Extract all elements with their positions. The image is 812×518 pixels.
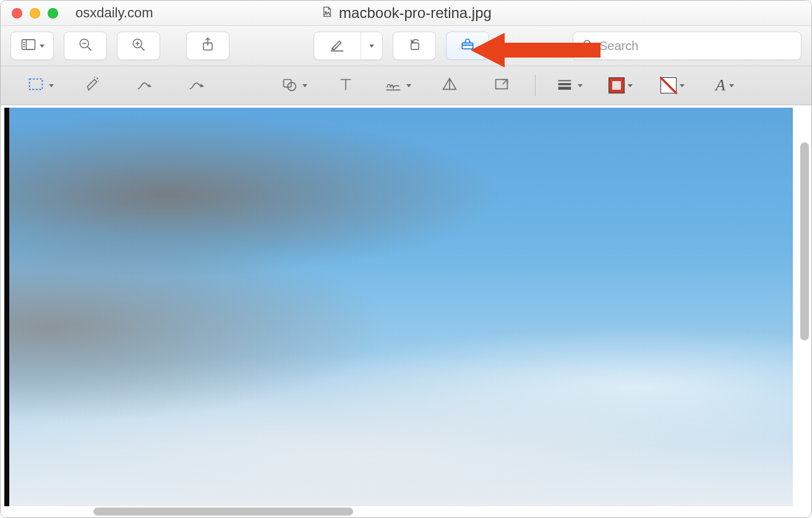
traffic-lights: [12, 8, 58, 19]
chevron-down-icon: [578, 84, 583, 87]
adjust-color-icon: [440, 75, 459, 96]
font-style-button[interactable]: A: [700, 72, 750, 99]
svg-point-22: [96, 77, 98, 79]
border-color-swatch: [609, 78, 624, 93]
instant-alpha-button[interactable]: [67, 72, 117, 99]
svg-rect-16: [411, 43, 418, 50]
toolbar-separator: [535, 75, 536, 96]
zoom-out-icon: [77, 36, 94, 56]
chevron-down-icon: [40, 45, 45, 48]
sketch-button[interactable]: [171, 72, 221, 99]
window-title[interactable]: macbook-pro-retina.jpg: [320, 4, 492, 22]
rotate-left-icon: [406, 36, 423, 56]
share-button[interactable]: [186, 32, 229, 60]
share-icon: [199, 36, 216, 56]
svg-point-19: [584, 40, 590, 46]
svg-point-23: [94, 77, 95, 78]
chevron-down-icon: [628, 84, 633, 87]
svg-point-26: [288, 82, 296, 90]
zoom-out-button[interactable]: [64, 32, 107, 60]
minimize-window-button[interactable]: [30, 8, 40, 19]
source-site-label: osxdaily.com: [75, 5, 153, 21]
svg-line-7: [88, 47, 92, 51]
image-doc-icon: [320, 5, 333, 22]
text-button[interactable]: [321, 72, 370, 99]
highlight-icon: [328, 35, 346, 56]
vertical-scroll-thumb[interactable]: [800, 142, 809, 340]
image-canvas-area[interactable]: [1, 105, 811, 517]
svg-rect-21: [30, 79, 43, 90]
shapes-icon: [280, 75, 299, 96]
highlight-main[interactable]: [314, 32, 361, 59]
close-window-button[interactable]: [12, 8, 22, 19]
line-style-button[interactable]: [544, 72, 594, 99]
markup-toolbox-button[interactable]: [446, 32, 489, 60]
search-field[interactable]: Search: [573, 32, 801, 60]
maximize-window-button[interactable]: [48, 8, 58, 19]
instant-alpha-icon: [83, 75, 101, 96]
chevron-down-icon: [680, 84, 685, 87]
sidebar-toggle-button[interactable]: [11, 32, 54, 60]
title-bar: osxdaily.com macbook-pro-retina.jpg: [1, 1, 811, 26]
search-placeholder: Search: [599, 39, 638, 53]
zoom-in-icon: [130, 36, 147, 56]
search-icon: [582, 38, 594, 54]
rotate-button[interactable]: [393, 32, 436, 60]
adjust-size-icon: [492, 75, 511, 96]
fill-color-button[interactable]: [648, 72, 698, 99]
main-toolbar: Search: [1, 26, 811, 66]
horizontal-scroll-thumb[interactable]: [93, 507, 353, 516]
svg-line-10: [141, 47, 145, 51]
svg-line-20: [590, 46, 593, 49]
sign-icon: [384, 75, 403, 96]
chevron-down-icon: [729, 84, 734, 87]
draw-icon: [135, 75, 153, 96]
line-style-icon: [555, 75, 574, 96]
chevron-down-icon: [49, 84, 54, 87]
adjust-size-button[interactable]: [477, 72, 526, 99]
window-title-text: macbook-pro-retina.jpg: [339, 4, 492, 22]
zoom-in-button[interactable]: [117, 32, 160, 60]
text-icon: [336, 75, 355, 96]
fill-color-swatch: [661, 78, 676, 93]
border-color-button[interactable]: [596, 72, 646, 99]
sketch-icon: [187, 75, 205, 96]
svg-point-24: [98, 80, 99, 82]
sidebar-icon: [20, 36, 37, 56]
sign-button[interactable]: [373, 72, 422, 99]
markup-toolbox-icon: [459, 36, 476, 56]
adjust-color-button[interactable]: [425, 72, 474, 99]
chevron-down-icon: [369, 45, 374, 48]
highlight-button[interactable]: [314, 32, 383, 60]
chevron-down-icon: [302, 84, 307, 87]
draw-button[interactable]: [119, 72, 169, 99]
chevron-down-icon: [406, 84, 411, 87]
svg-line-33: [503, 80, 508, 85]
image-content: [4, 108, 793, 506]
svg-rect-17: [462, 43, 473, 49]
highlight-dropdown[interactable]: [361, 32, 382, 59]
rect-select-icon: [27, 75, 45, 96]
preview-window: osxdaily.com macbook-pro-retina.jpg: [0, 0, 812, 518]
font-style-icon: A: [716, 76, 725, 95]
selection-tool-button[interactable]: [15, 72, 65, 99]
markup-toolbar: A: [1, 66, 811, 105]
shapes-button[interactable]: [269, 72, 318, 99]
